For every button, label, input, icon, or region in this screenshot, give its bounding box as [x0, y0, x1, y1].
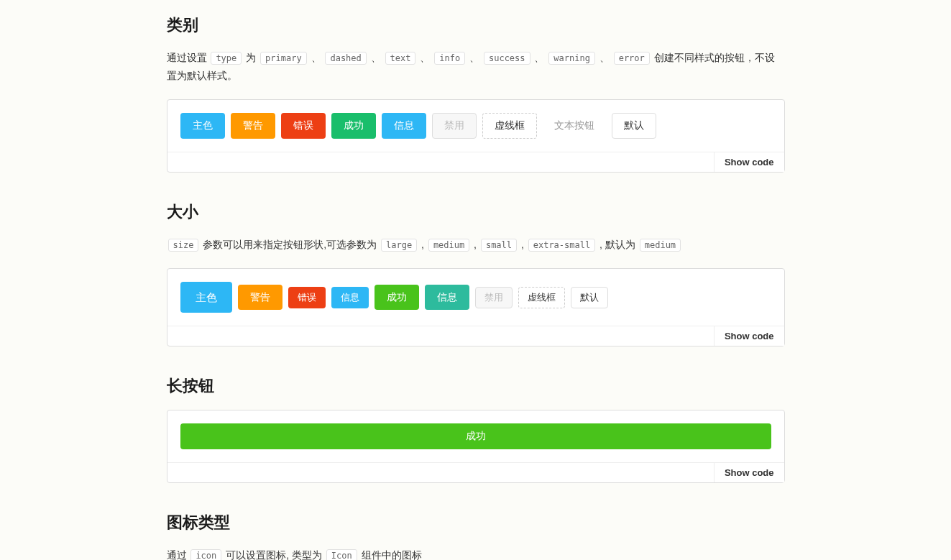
button-label: 默认 [580, 291, 599, 304]
demo-button[interactable]: 默认 [571, 287, 608, 308]
demo-button[interactable]: 主色 [180, 113, 225, 139]
demo-button[interactable]: 文本按钮 [543, 114, 606, 138]
demo-content-long: 成功 [167, 410, 784, 462]
demo-button[interactable]: 警告 [231, 113, 275, 139]
code-info: info [434, 52, 465, 65]
button-label: 警告 [250, 290, 270, 305]
demo-content-type: 主色警告错误成功信息禁用虚线框文本按钮默认 [167, 100, 784, 152]
demo-button[interactable]: 禁用 [475, 287, 513, 308]
section-long-title: 长按钮 [167, 375, 785, 397]
demo-button[interactable]: 默认 [612, 113, 656, 139]
demo-button[interactable]: 主色 [180, 282, 232, 313]
code-large: large [381, 239, 417, 252]
button-label: 信息 [341, 291, 359, 304]
section-type-desc: 通过设置 type 为 primary 、 dashed 、 text 、 in… [167, 49, 785, 85]
button-label: 主色 [196, 290, 217, 305]
show-code-button[interactable]: Show code [714, 463, 784, 482]
code-size: size [168, 239, 199, 252]
section-type: 类别 通过设置 type 为 primary 、 dashed 、 text 、… [167, 14, 785, 173]
demo-button[interactable]: 禁用 [432, 113, 477, 139]
demo-box-size: 主色警告错误信息成功信息禁用虚线框默认 Show code [167, 268, 785, 346]
demo-button[interactable]: 虚线框 [482, 113, 537, 139]
button-label: 信息 [394, 119, 414, 133]
button-label: 主色 [193, 119, 213, 133]
demo-box-long: 成功 Show code [167, 410, 785, 483]
section-long: 长按钮 成功 Show code [167, 375, 785, 483]
code-success: success [484, 52, 530, 65]
code-type: type [211, 52, 242, 65]
demo-button[interactable]: 成功 [331, 113, 376, 139]
code-primary: primary [260, 52, 307, 65]
button-label: 虚线框 [495, 119, 525, 133]
demo-button[interactable]: 成功 [375, 285, 419, 311]
demo-button[interactable]: 警告 [238, 285, 282, 311]
code-icon: icon [190, 549, 221, 560]
button-label: 虚线框 [528, 291, 556, 304]
section-icon-desc: 通过 icon 可以设置图标, 类型为 Icon 组件中的图标 [167, 546, 785, 560]
button-label: 默认 [624, 119, 644, 133]
section-size-desc: size 参数可以用来指定按钮形状,可选参数为 large , medium ,… [167, 236, 785, 254]
button-label: 文本按钮 [554, 119, 594, 133]
demo-button[interactable]: 信息 [331, 287, 369, 308]
demo-button[interactable]: 虚线框 [518, 287, 565, 308]
code-medium2: medium [640, 239, 681, 252]
section-size: 大小 size 参数可以用来指定按钮形状,可选参数为 large , mediu… [167, 201, 785, 346]
button-label: 成功 [466, 429, 486, 444]
section-size-title: 大小 [167, 201, 785, 223]
section-icon-title: 图标类型 [167, 512, 785, 533]
button-label: 成功 [387, 290, 407, 305]
show-code-button[interactable]: Show code [714, 152, 784, 172]
demo-button[interactable]: 错误 [281, 113, 326, 139]
show-code-row: Show code [167, 462, 784, 482]
demo-button[interactable]: 信息 [425, 285, 469, 311]
section-icon: 图标类型 通过 icon 可以设置图标, 类型为 Icon 组件中的图标 成功警… [167, 512, 785, 560]
section-type-title: 类别 [167, 14, 785, 36]
code-error: error [614, 52, 650, 65]
button-label: 错误 [298, 291, 316, 304]
code-text: text [385, 52, 416, 65]
code-warning: warning [548, 52, 595, 65]
code-extra-small: extra-small [528, 239, 595, 252]
demo-button[interactable]: 成功 [180, 423, 771, 449]
demo-button[interactable]: 信息 [382, 113, 426, 139]
show-code-button[interactable]: Show code [714, 326, 784, 346]
show-code-row: Show code [167, 152, 784, 172]
button-label: 警告 [243, 119, 263, 133]
button-label: 禁用 [484, 291, 503, 304]
code-dashed: dashed [325, 52, 366, 65]
code-small: small [481, 239, 517, 252]
show-code-row: Show code [167, 326, 784, 346]
demo-button[interactable]: 错误 [288, 287, 326, 308]
code-medium: medium [428, 239, 469, 252]
button-label: 禁用 [444, 119, 464, 133]
button-label: 成功 [344, 119, 364, 133]
button-label: 错误 [293, 119, 313, 133]
button-label: 信息 [437, 290, 457, 305]
demo-content-size: 主色警告错误信息成功信息禁用虚线框默认 [167, 269, 784, 326]
demo-box-type: 主色警告错误成功信息禁用虚线框文本按钮默认 Show code [167, 99, 785, 173]
code-Icon: Icon [326, 549, 357, 560]
